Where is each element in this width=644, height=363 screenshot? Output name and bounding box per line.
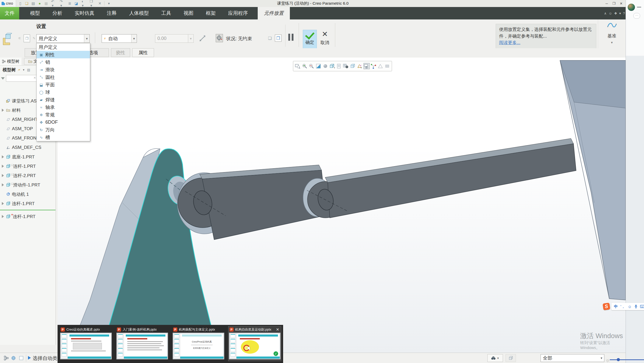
spin-center-icon[interactable] [370,63,376,69]
tab-live-simulation[interactable]: 实时仿真 [68,7,101,19]
joint-type-option-bearing[interactable]: ≈轴承 [37,103,90,111]
preview-card-3[interactable]: P 机构装配与主体定义.pptx Creo/Proe运动仿真 机构装配与主体定义 [172,326,225,361]
model-tree-toggle-icon[interactable] [3,355,9,361]
sogou-logo-icon[interactable]: S [603,303,610,310]
link-arm-2[interactable] [307,138,576,218]
view-manager-icon[interactable] [336,63,342,69]
learning-icon[interactable]: ❖ [614,11,617,15]
punctuation-icon[interactable]: ’， [620,304,625,309]
search-button[interactable]: ▼ [487,354,503,362]
tab-manikin[interactable]: 人体模型 [123,7,155,19]
joint-type-option-slider[interactable]: ⇥滑块 [37,66,90,73]
tab-framework[interactable]: 框架 [200,7,222,19]
user-icon[interactable]: ☺ [609,11,612,15]
tree-filter-input[interactable]: ✕ [6,75,37,82]
expand-icon[interactable] [2,183,4,186]
close-window-icon[interactable]: ✕ [98,1,102,5]
expand-icon[interactable] [2,174,4,177]
tree-settings-icon[interactable]: ▤ [27,68,30,72]
regenerate-icon[interactable]: ● [38,1,42,5]
save-icon[interactable]: ▤ [31,1,35,5]
expand-icon[interactable] [2,165,4,168]
tree-row-motor[interactable]: 电动机 1 [0,190,55,199]
chevron-down-icon[interactable]: ▾ [619,11,621,15]
constraint-type-combo[interactable]: ⚡ 自动 ▼ [102,34,137,43]
tab-view[interactable]: 视图 [177,7,200,19]
datum-display-icon[interactable]: x/▾ [356,63,363,69]
model-tree-tab[interactable]: 模型树 [0,58,22,65]
tab-file[interactable]: 文件 [0,7,19,19]
joint-type-option-gimbal[interactable]: ↻万向 [37,126,90,134]
tab-analysis[interactable]: 分析 [46,7,68,19]
windows-switch-icon[interactable]: ❐ ▾ [89,0,93,8]
clear-filter-icon[interactable]: ✕ [33,76,36,80]
open-file-icon[interactable]: ❏ [25,1,29,5]
joint-type-option-pin[interactable]: ⤢销 [37,58,90,66]
tab-annotate[interactable]: 注释 [101,7,123,19]
ok-button[interactable]: 确定 [303,30,317,48]
combo-arrow-icon[interactable]: ▼ [84,34,89,43]
selection-filter-combo[interactable]: 全部 ▼ [541,354,604,362]
preview-thumbnail[interactable]: Creo/Proe运动仿真 机构装配与主体定义 [173,333,224,359]
expand-icon[interactable] [2,215,4,218]
capture-icon[interactable] [343,63,349,69]
search-arrow-icon[interactable]: ▼ [497,357,499,360]
joint-type-option-user-defined[interactable]: 用户定义 [37,43,90,51]
preview-card-4[interactable]: P 机构自由度及运动副.pptx ✕ ✓ [228,326,281,361]
minimize-button[interactable]: ─ [603,2,610,6]
tree-row-link2[interactable]: □ 连杆-2.PRT [0,171,55,180]
filter-icon[interactable] [1,77,5,80]
main-window-icon[interactable]: ❐ [275,34,282,42]
preview-card-2[interactable]: P 入门案例-连杆机构.pptx [116,326,169,361]
base-plate[interactable] [560,60,626,300]
combo-arrow-icon[interactable]: ▼ [599,354,604,362]
keyboard-icon[interactable] [640,305,644,308]
resize-grip[interactable] [606,359,609,362]
tree-row-link1-placing[interactable]: * 连杆-1.PRT [0,212,55,221]
preview-thumbnail[interactable] [116,333,168,359]
tab-model[interactable]: 模型 [24,7,46,19]
maximize-button[interactable]: ❒ [611,2,617,6]
flip-constraint-icon[interactable] [199,34,206,43]
erase-icon[interactable]: ▦ [44,1,48,5]
annotation-display-toggle[interactable] [363,63,370,69]
tab-component-placement[interactable]: 元件放置 [258,7,290,19]
new-file-icon[interactable]: ▯ [18,1,22,5]
user-defined-set-icon[interactable] [2,33,12,46]
zoom-in-icon[interactable] [302,63,308,69]
tree-tools-arrow-icon[interactable]: ▼ [22,68,25,71]
tree-row-base-part[interactable]: 底座-1.PRT [0,152,55,162]
language-mode-icon[interactable]: 中 [614,304,618,309]
expand-icon[interactable] [2,202,4,205]
shading-icon[interactable] [322,63,328,69]
tree-row-link1b[interactable]: 连杆-1.PRT [0,199,55,208]
joint-type-option-ball[interactable]: ◯球 [37,88,90,96]
combo-arrow-icon[interactable]: ▼ [131,34,137,43]
preview-thumbnail[interactable]: ✓ [229,333,281,359]
joint-type-option-rigid[interactable]: ▣刚性 [37,51,90,58]
joint-type-option-6dof[interactable]: ✥6DOF [37,118,90,126]
minimize-icon[interactable] [637,7,641,8]
assembly-window-toggle[interactable]: ❐ [24,34,30,42]
datum-expand-icon[interactable]: ▼ [598,41,626,44]
joint-type-option-cylinder[interactable]: ⤡圆柱 [37,73,90,81]
separate-window-toggle[interactable]: ⚟ [17,34,23,42]
microphone-icon[interactable] [634,304,638,309]
tree-row-asm-def-cs[interactable]: ASM_DEF_CS [0,143,55,152]
minimize-ribbon-icon[interactable]: ∧ [604,11,607,15]
close-preview-icon[interactable]: ✕ [275,327,280,332]
joint-type-option-weld[interactable]: ▰焊缝 [37,96,90,103]
cancel-button[interactable]: ✕ 取消 [318,30,332,48]
tree-tools-icon[interactable]: 🗲 [18,68,20,72]
redo-icon[interactable]: ↷ ▾ [59,0,63,8]
help-icon[interactable]: ? [623,11,625,15]
separate-window-icon[interactable]: ❏ [267,34,273,42]
tree-row-slider-part[interactable]: □ 滑动件-1.PRT [0,180,55,190]
more-options-icon[interactable]: ⋯ [633,13,640,19]
joint-type-option-slot[interactable]: ∿槽 [37,134,90,141]
set-type-combo[interactable]: 用户定义 ▼ [36,34,90,43]
customize-qat-icon[interactable]: ▾ [107,1,111,5]
dashboard-tab-properties[interactable]: 属性 [132,48,154,57]
move-component-toggle[interactable] [216,34,223,42]
preview-thumbnail[interactable] [60,333,112,359]
